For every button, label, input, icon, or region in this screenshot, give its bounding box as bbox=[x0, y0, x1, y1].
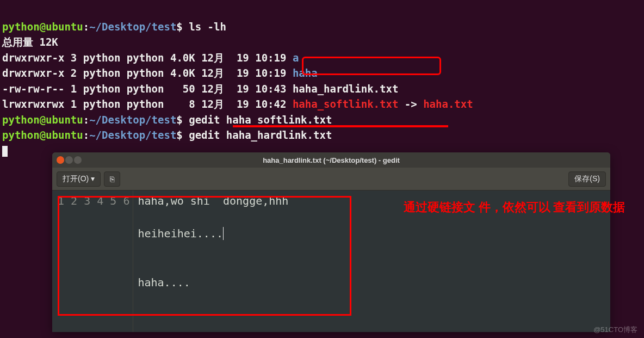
watermark: @51CTO博客 bbox=[593, 325, 637, 335]
highlight-box-filename bbox=[302, 57, 441, 75]
annotation-text: 通过硬链接文 件，依然可以 查看到原数据 bbox=[404, 199, 625, 216]
gedit-title: haha_hardlink.txt (~/Desktop/test) - ged… bbox=[52, 156, 610, 164]
ls-row: drwxrwxr-x 3 python python 4.0K 12月 19 1… bbox=[2, 52, 299, 64]
highlight-box-editor bbox=[58, 196, 351, 316]
ls-total: 总用量 12K bbox=[2, 36, 58, 48]
ls-row: -rw-rw-r-- 1 python python 50 12月 19 10:… bbox=[2, 83, 398, 95]
prompt-path: ~/Desktop/test bbox=[89, 21, 176, 33]
terminal-output: python@ubuntu:~/Desktop/test$ ls -lh 总用量… bbox=[0, 0, 644, 162]
terminal-cursor bbox=[2, 146, 8, 157]
ls-row: drwxrwxr-x 2 python python 4.0K 12月 19 1… bbox=[2, 67, 318, 79]
ls-row: lrwxrwxrwx 1 python python 8 12月 19 10:4… bbox=[2, 98, 473, 110]
prompt-user: python@ubuntu bbox=[2, 21, 83, 33]
new-tab-button[interactable]: ⎘ bbox=[104, 171, 120, 187]
open-button[interactable]: 打开(O) ▾ bbox=[57, 171, 101, 187]
command-ls: ls -lh bbox=[189, 21, 226, 33]
command-gedit-hard: gedit haha_hardlink.txt bbox=[189, 129, 332, 141]
new-tab-icon: ⎘ bbox=[110, 175, 114, 183]
command-gedit-soft: gedit haha_softlink.txt bbox=[189, 114, 332, 126]
gedit-toolbar: 打开(O) ▾ ⎘ 保存(S) bbox=[52, 168, 610, 190]
highlight-underline-command bbox=[233, 125, 448, 127]
gedit-titlebar[interactable]: haha_hardlink.txt (~/Desktop/test) - ged… bbox=[52, 152, 610, 168]
save-button[interactable]: 保存(S) bbox=[568, 171, 606, 187]
